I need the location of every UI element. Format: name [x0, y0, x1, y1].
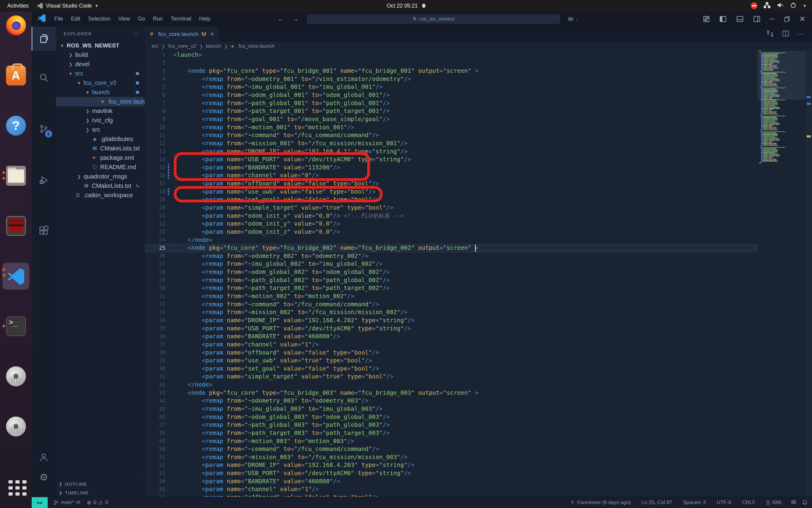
dock-item-dvd[interactable]: DVD	[0, 417, 32, 436]
tree-item-build[interactable]: ❯build	[56, 50, 145, 59]
menu-selection[interactable]: Selection	[84, 14, 114, 24]
code-line[interactable]: 5 <remap from="~imu_global_001" to="imu_…	[145, 83, 812, 91]
cursor-position-item[interactable]: Ln 25, Col 87	[638, 500, 675, 506]
close-button[interactable]: ✕	[799, 15, 805, 23]
more-actions-icon[interactable]: ⋯	[798, 31, 804, 38]
activitybar-explorer[interactable]	[32, 27, 56, 51]
indentation-item[interactable]: Spaces: 4	[680, 500, 709, 506]
code-line[interactable]: 33 <remap from="~mission_002" to="/fcu_m…	[145, 308, 812, 316]
activities-button[interactable]: Activities	[7, 3, 29, 9]
code-line[interactable]: 6 <remap from="~odom_global_001" to="odo…	[145, 91, 812, 99]
code-line[interactable]: 38 <param name="offboard" value="false" …	[145, 348, 812, 357]
tree-item-package.xml[interactable]: ᯤpackage.xml	[56, 153, 145, 163]
code-line[interactable]: 3 <node pkg="fcu_core" type="fcu_bridge_…	[145, 67, 812, 75]
open-changes-icon[interactable]	[766, 30, 774, 39]
tree-item-mavlink[interactable]: ❯mavlink	[56, 106, 145, 116]
minimap[interactable]	[757, 51, 812, 497]
volume-muted-icon[interactable]	[777, 1, 784, 10]
code-line[interactable]: 50 <remap from="~command" to="/fcu_comma…	[145, 445, 812, 453]
code-line[interactable]: 36 <param name="BANDRATE" value="460800"…	[145, 332, 812, 340]
dock-item-ubuntu-software[interactable]: A	[0, 66, 32, 85]
forward-arrow-icon[interactable]: →	[292, 15, 299, 23]
activitybar-source-control[interactable]: 1	[32, 117, 56, 141]
code-line[interactable]: 46 <remap from="~odom_global_003" to="od…	[145, 413, 812, 421]
code-line[interactable]: 7 <remap from="~path_global_001" to="pat…	[145, 99, 812, 107]
code-line[interactable]: 54 <param name="BANDRATE" value="460800"…	[145, 477, 812, 485]
breadcrumb-item[interactable]: src	[151, 43, 158, 49]
code-line[interactable]: 21 <param name="odom_init_x" value="0.0"…	[145, 212, 812, 220]
language-mode-item[interactable]: {}XML	[763, 500, 785, 506]
close-tab-icon[interactable]: ✕	[210, 31, 214, 37]
do-not-disturb-icon[interactable]	[751, 2, 757, 9]
code-line[interactable]: 28 <remap from="~odom_global_002" to="od…	[145, 268, 812, 276]
dock-item-media-player[interactable]	[0, 216, 32, 236]
code-line[interactable]: 49 <remap from="~motion_003" to="motion_…	[145, 437, 812, 445]
tree-item-README.md[interactable]: ⓘREADME.md	[56, 163, 145, 172]
copilot-button[interactable]: ⌄	[567, 16, 578, 23]
code-area[interactable]: 1<launch>23 <node pkg="fcu_core" type="f…	[145, 51, 812, 497]
code-line[interactable]: 56 <param name="offboard" value="false" …	[145, 493, 812, 497]
tree-item-CMakeLists.txt[interactable]: MCMakeLists.txt↳	[56, 181, 145, 190]
git-branch-item[interactable]: main* ⟳	[50, 499, 84, 506]
code-line[interactable]: 20 <param name="simple_target" value="tr…	[145, 204, 812, 212]
menu-go[interactable]: Go	[134, 14, 149, 24]
tree-item-fcu_core_v2[interactable]: ▼fcu_core_v2	[56, 78, 145, 88]
code-line[interactable]: 55 <param name="channel" value="1"/>	[145, 485, 812, 494]
code-line[interactable]: 43 <node pkg="fcu_core" type="fcu_bridge…	[145, 389, 812, 397]
restore-button[interactable]	[784, 16, 790, 23]
toggle-panel-icon[interactable]	[736, 15, 744, 23]
tree-item-fcu_core.launch[interactable]: ᯤfcu_core.launchM	[56, 97, 145, 106]
code-line[interactable]: 11 <remap from="~command" to="/fcu_comma…	[145, 131, 812, 139]
app-menu[interactable]: Visual Studio Code ▼	[37, 2, 99, 9]
code-line[interactable]: 27 <remap from="~imu_global_002" to="imu…	[145, 260, 812, 268]
code-line[interactable]: 39 <param name="use_uwb" value="true" ty…	[145, 356, 812, 365]
tree-item-CMakeLists.txt[interactable]: MCMakeLists.txt	[56, 144, 145, 153]
code-line[interactable]: 4 <remap from="~odometry_001" to="/vins_…	[145, 75, 812, 83]
code-line[interactable]: 29 <remap from="~path_global_002" to="pa…	[145, 276, 812, 284]
sidebar-panel-outline[interactable]: ❯OUTLINE	[56, 479, 145, 488]
toggle-sidebar-icon[interactable]	[719, 15, 727, 23]
dock-item-vscode[interactable]	[0, 263, 32, 290]
menu-view[interactable]: View	[114, 14, 134, 24]
menu-terminal[interactable]: Terminal	[167, 14, 195, 24]
dock-item-help[interactable]: ?	[0, 116, 32, 136]
customize-layout-icon[interactable]	[703, 15, 710, 23]
code-line[interactable]: 48 <remap from="~path_target_003" to="pa…	[145, 429, 812, 437]
breadcrumb-item[interactable]: fcu_core.launch	[238, 43, 275, 49]
show-applications-button[interactable]	[8, 480, 27, 496]
code-line[interactable]: 52 <param name="DRONE_IP" value="192.168…	[145, 461, 812, 469]
more-actions-icon[interactable]: ⋯	[133, 30, 139, 37]
code-line[interactable]: 37 <param name="channel" value="1"/>	[145, 340, 812, 348]
tree-item-launch[interactable]: ▼launch	[56, 88, 145, 97]
code-line[interactable]: 45 <remap from="~imu_global_003" to="imu…	[145, 405, 812, 413]
code-line[interactable]: 53 <param name="USB_PORT" value="/dev/tt…	[145, 469, 812, 477]
clock[interactable]: Oct 22 05:21	[387, 3, 418, 9]
minimize-button[interactable]: ─	[770, 15, 775, 23]
settings-gear-icon[interactable]: ⚙	[32, 465, 56, 489]
breadcrumb-item[interactable]: fcu_core_v2	[168, 43, 196, 49]
chevron-down-icon[interactable]: ▼	[803, 4, 807, 8]
tree-item-src[interactable]: ❯src	[56, 125, 145, 134]
menu-run[interactable]: Run	[149, 14, 167, 24]
code-line[interactable]: 35 <param name="USB_PORT" value="/dev/tt…	[145, 324, 812, 333]
code-line[interactable]: 26 <remap from="~odometry_002" to="odome…	[145, 252, 812, 260]
tree-item-.catkin_workspace[interactable]: ☰.catkin_workspace	[56, 190, 145, 200]
code-line[interactable]: 47 <remap from="~path_global_003" to="pa…	[145, 421, 812, 429]
code-line[interactable]: 12 <remap from="~mission_001" to="/fcu_m…	[145, 139, 812, 147]
code-line[interactable]: 24 </node>	[145, 236, 812, 244]
eol-item[interactable]: CRLF	[739, 500, 758, 506]
activitybar-search[interactable]	[32, 66, 56, 90]
tree-item-devel[interactable]: ❯devel	[56, 59, 145, 69]
code-line[interactable]: 1<launch>	[145, 51, 812, 59]
tree-item-src[interactable]: ▼src	[56, 69, 145, 78]
code-line[interactable]: 23 <param name="odom_init_z" value="0.0"…	[145, 228, 812, 236]
activitybar-run-debug[interactable]	[32, 168, 56, 193]
code-line[interactable]: 51 <remap from="~mission_003" to="/fcu_m…	[145, 453, 812, 461]
tree-root[interactable]: ▼ROS_WS_NEWEST	[56, 41, 145, 50]
code-line[interactable]: 9 <remap from="~goal_001" to="/move_base…	[145, 115, 812, 123]
tree-item-quadrotor_msgs[interactable]: ❯quadrotor_msgs	[56, 172, 145, 181]
code-line[interactable]: 34 <param name="DRONE_IP" value="192.168…	[145, 316, 812, 324]
tree-item-rviz_cfg[interactable]: ❯rviz_cfg	[56, 116, 145, 125]
split-editor-icon[interactable]	[782, 30, 790, 39]
menu-file[interactable]: File	[50, 14, 67, 24]
